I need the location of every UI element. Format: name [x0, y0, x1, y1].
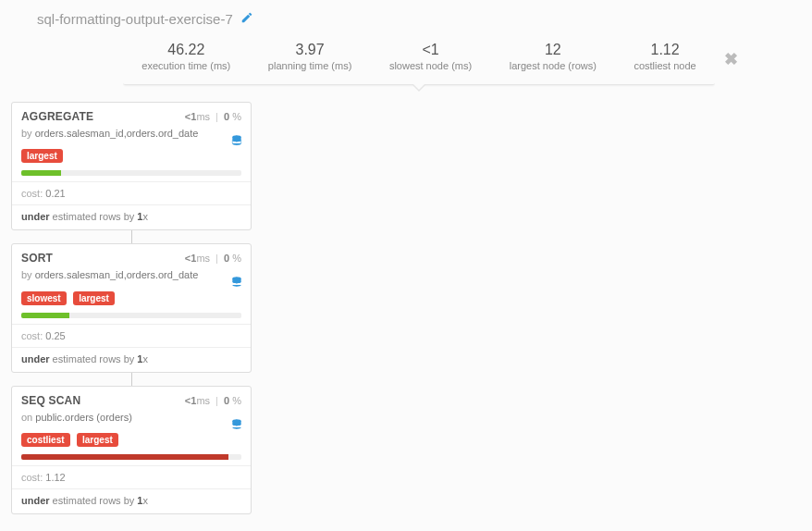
- edit-icon[interactable]: [240, 11, 253, 27]
- stat-slowest-node: <1 slowest node (ms): [389, 42, 472, 71]
- cost-bar: [21, 454, 241, 460]
- node-timing: <1ms | 0 %: [185, 111, 241, 122]
- node-cost: cost: 0.25: [21, 330, 241, 341]
- cost-bar-fill: [21, 313, 69, 318]
- stat-value: 12: [510, 42, 597, 58]
- stat-execution-time: 46.22 execution time (ms): [141, 42, 230, 71]
- tag-slowest: slowest: [21, 291, 67, 305]
- plan-node-aggregate[interactable]: AGGREGATE <1ms | 0 % by orders.salesman_…: [11, 102, 252, 230]
- divider: [12, 181, 251, 182]
- close-icon[interactable]: ✖: [724, 49, 738, 69]
- node-header: SORT <1ms | 0 %: [21, 252, 241, 265]
- cost-bar: [21, 170, 241, 176]
- stat-value: 1.12: [634, 42, 695, 58]
- stat-value: 3.97: [268, 42, 351, 58]
- database-icon[interactable]: [230, 418, 243, 434]
- tag-largest: largest: [77, 433, 118, 447]
- node-subtext: on public.orders (orders): [21, 411, 241, 425]
- stat-label: planning time (ms): [268, 60, 351, 71]
- stat-value: <1: [389, 42, 472, 58]
- plan-node-seqscan[interactable]: SEQ SCAN <1ms | 0 % on public.orders (or…: [11, 386, 252, 514]
- node-cost: cost: 0.21: [21, 188, 241, 199]
- stats-bar: 46.22 execution time (ms) 3.97 planning …: [123, 34, 715, 85]
- stat-label: costliest node: [634, 60, 695, 71]
- stat-label: slowest node (ms): [389, 60, 472, 71]
- node-title: SEQ SCAN: [21, 394, 80, 407]
- tag-largest: largest: [73, 291, 115, 305]
- node-subtext: by orders.salesman_id,orders.ord_date: [21, 127, 241, 141]
- node-subtext: by orders.salesman_id,orders.ord_date: [21, 268, 241, 282]
- cost-bar: [21, 313, 241, 318]
- database-icon[interactable]: [230, 134, 243, 150]
- plan-node-sort[interactable]: SORT <1ms | 0 % by orders.salesman_id,or…: [11, 243, 252, 372]
- stat-costliest-node: 1.12 costliest node: [634, 42, 695, 71]
- cost-bar-fill: [21, 170, 61, 176]
- divider: [12, 488, 251, 489]
- divider: [12, 204, 251, 205]
- cost-bar-fill: [21, 454, 228, 460]
- header: sql-formatting-output-exercise-7 46.22 e…: [0, 0, 812, 85]
- page-title: sql-formatting-output-exercise-7: [37, 11, 233, 27]
- stat-label: largest node (rows): [510, 60, 597, 71]
- node-timing: <1ms | 0 %: [185, 253, 241, 264]
- tag-costliest: costliest: [21, 433, 70, 447]
- stat-planning-time: 3.97 planning time (ms): [268, 42, 351, 71]
- node-tags: slowest largest: [21, 289, 241, 305]
- node-tags: costliest largest: [21, 430, 241, 447]
- tag-largest: largest: [21, 149, 63, 163]
- node-header: AGGREGATE <1ms | 0 %: [21, 110, 241, 123]
- connector: [131, 373, 132, 386]
- node-estimate: under estimated rows by 1x: [21, 211, 241, 222]
- node-estimate: under estimated rows by 1x: [21, 495, 241, 506]
- stat-value: 46.22: [141, 42, 230, 58]
- node-title: SORT: [21, 252, 53, 265]
- divider: [12, 347, 251, 348]
- node-timing: <1ms | 0 %: [185, 395, 241, 406]
- node-header: SEQ SCAN <1ms | 0 %: [21, 394, 241, 407]
- stat-largest-node: 12 largest node (rows): [510, 42, 597, 71]
- node-title: AGGREGATE: [21, 110, 93, 123]
- divider: [12, 465, 251, 466]
- node-tags: largest: [21, 146, 241, 163]
- node-estimate: under estimated rows by 1x: [21, 353, 241, 364]
- stat-label: execution time (ms): [141, 60, 230, 71]
- node-cost: cost: 1.12: [21, 472, 241, 483]
- database-icon[interactable]: [230, 276, 243, 291]
- title-row: sql-formatting-output-exercise-7: [37, 11, 801, 27]
- plan-tree: AGGREGATE <1ms | 0 % by orders.salesman_…: [0, 85, 812, 514]
- divider: [12, 324, 251, 325]
- connector: [131, 230, 132, 243]
